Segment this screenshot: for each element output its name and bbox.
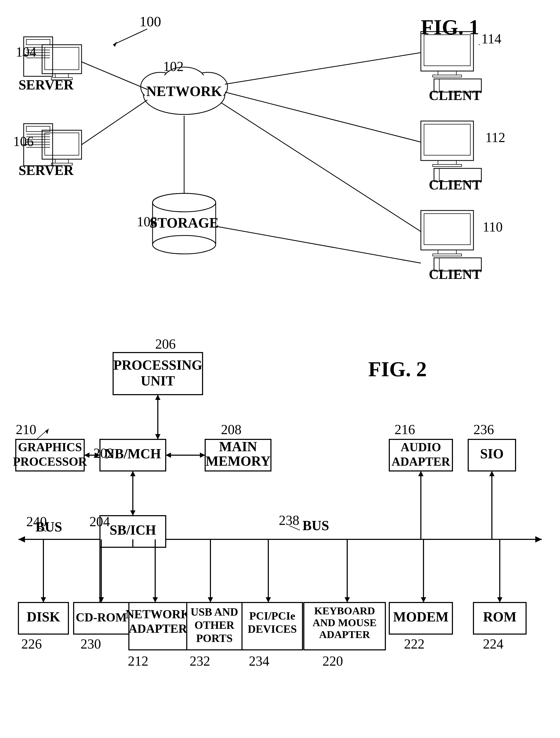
ref-216: 216 — [395, 422, 415, 437]
svg-marker-113 — [497, 597, 502, 603]
svg-marker-92 — [18, 536, 25, 542]
network-adapter-label1: NETWORK — [125, 608, 190, 621]
bus238-label: BUS — [303, 518, 329, 533]
svg-marker-90 — [130, 471, 135, 476]
ref-104: 104 — [16, 44, 36, 59]
sio-label: SIO — [480, 446, 504, 461]
svg-rect-45 — [424, 35, 470, 66]
ref-112: 112 — [485, 130, 505, 145]
server1-label: SERVER — [18, 77, 74, 92]
svg-rect-25 — [55, 159, 68, 163]
svg-rect-16 — [26, 126, 50, 131]
ref-220: 220 — [323, 654, 343, 669]
ref-202: 202 — [93, 446, 114, 461]
ref-108: 108 — [137, 214, 157, 229]
ref-238: 238 — [279, 513, 299, 528]
keyboard-label1: KEYBOARD — [314, 605, 375, 617]
svg-rect-60 — [433, 254, 462, 256]
fig2-diagram: FIG. 2 200 PROCESSING UNIT 206 NB/MCH 20… — [0, 337, 560, 738]
svg-marker-89 — [130, 510, 135, 516]
ref-210: 210 — [16, 422, 36, 437]
ref-236: 236 — [474, 422, 494, 437]
network-label: NETWORK — [146, 83, 222, 99]
pci-label2: DEVICES — [248, 623, 297, 635]
svg-rect-53 — [438, 160, 456, 164]
ref-110: 110 — [483, 220, 503, 235]
ref-114: 114 — [481, 31, 501, 46]
svg-marker-98 — [41, 597, 46, 603]
processing-unit-label2: UNIT — [141, 373, 175, 388]
disk-label: DISK — [27, 609, 60, 624]
svg-rect-3 — [26, 39, 50, 45]
ref-230: 230 — [80, 637, 101, 652]
pci-label1: PCI/PCIe — [249, 610, 296, 622]
network-adapter-label2: ADAPTER — [129, 622, 187, 635]
server2-label: SERVER — [18, 163, 74, 178]
svg-line-0 — [113, 29, 147, 45]
svg-point-41 — [152, 236, 216, 254]
ref-232: 232 — [190, 654, 210, 669]
svg-marker-76 — [155, 434, 160, 439]
svg-marker-107 — [266, 597, 271, 603]
ref-206: 206 — [155, 337, 176, 352]
svg-marker-80 — [200, 452, 205, 458]
svg-marker-117 — [489, 471, 495, 476]
svg-marker-111 — [421, 597, 426, 603]
svg-line-68 — [221, 103, 421, 232]
ref-100: 100 — [139, 13, 161, 29]
client3-label: CLIENT — [429, 267, 481, 282]
svg-rect-11 — [55, 74, 68, 78]
ref-208: 208 — [221, 422, 241, 437]
svg-marker-105 — [208, 597, 213, 603]
svg-rect-52 — [424, 124, 470, 155]
usb-label1: USB AND — [191, 606, 238, 618]
usb-label2: OTHER — [194, 619, 234, 631]
svg-rect-9 — [42, 45, 81, 74]
svg-rect-10 — [45, 47, 79, 70]
audio-adapter-label2: ADAPTER — [392, 455, 450, 468]
graphics-proc-label1: GRAPHICS — [18, 440, 82, 454]
fig2-title: FIG. 2 — [368, 358, 427, 381]
client2-label: CLIENT — [429, 177, 481, 192]
main-memory-label1: MAIN — [219, 439, 257, 454]
graphics-proc-label2: PROCESSOR — [13, 455, 87, 468]
svg-marker-75 — [155, 395, 160, 400]
svg-rect-47 — [433, 75, 462, 77]
ref-204: 204 — [89, 514, 110, 529]
svg-rect-59 — [438, 250, 456, 254]
svg-point-42 — [152, 194, 216, 212]
svg-rect-58 — [424, 214, 470, 245]
cd-rom-label: CD-ROM — [76, 611, 127, 624]
processing-unit-label: PROCESSING — [113, 358, 202, 373]
svg-marker-71 — [45, 429, 49, 434]
svg-rect-51 — [421, 121, 474, 160]
svg-marker-115 — [418, 471, 424, 476]
svg-rect-46 — [438, 71, 456, 75]
svg-line-63 — [81, 62, 147, 89]
svg-rect-57 — [421, 211, 474, 250]
main-memory-label2: MEMORY — [206, 454, 271, 468]
ref-102: 102 — [163, 59, 183, 74]
audio-adapter-label1: AUDIO — [401, 440, 441, 454]
storage-label: STORAGE — [149, 215, 218, 231]
ref-234: 234 — [249, 654, 269, 669]
ref-226: 226 — [21, 637, 42, 652]
fig1-diagram: FIG. 1 100 104 SERVER — [0, 11, 560, 342]
modem-label: MODEM — [393, 609, 449, 624]
ref-240: 240 — [26, 514, 47, 529]
svg-marker-109 — [345, 597, 350, 603]
sb-ich-label: SB/ICH — [110, 522, 156, 537]
svg-line-69 — [216, 226, 421, 263]
svg-line-66 — [225, 53, 421, 84]
rom-label: ROM — [483, 609, 516, 624]
ref-106: 106 — [13, 134, 34, 149]
svg-line-67 — [225, 92, 421, 142]
svg-rect-24 — [45, 133, 79, 155]
svg-marker-103 — [152, 597, 158, 603]
svg-line-64 — [81, 100, 147, 145]
svg-rect-54 — [433, 164, 462, 166]
keyboard-label3: ADAPTER — [319, 629, 370, 640]
keyboard-label2: AND MOUSE — [313, 617, 377, 629]
ref-212: 212 — [128, 654, 148, 669]
page: FIG. 1 100 104 SERVER — [0, 0, 560, 738]
